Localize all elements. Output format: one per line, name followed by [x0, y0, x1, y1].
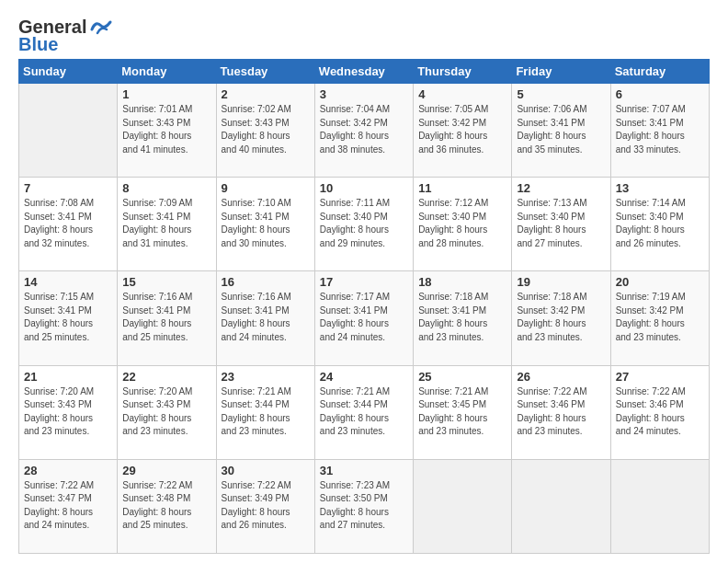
calendar-cell: 1Sunrise: 7:01 AMSunset: 3:43 PMDaylight…	[118, 84, 216, 178]
day-number: 12	[517, 181, 605, 195]
weekday-header-tuesday: Tuesday	[216, 60, 314, 84]
day-info: Sunrise: 7:23 AMSunset: 3:50 PMDaylight:…	[320, 479, 408, 533]
day-info: Sunrise: 7:22 AMSunset: 3:46 PMDaylight:…	[616, 385, 704, 439]
weekday-header-saturday: Saturday	[610, 60, 709, 84]
calendar-cell: 20Sunrise: 7:19 AMSunset: 3:42 PMDayligh…	[610, 271, 709, 365]
day-info: Sunrise: 7:11 AMSunset: 3:40 PMDaylight:…	[320, 197, 408, 250]
day-number: 7	[24, 181, 112, 195]
day-info: Sunrise: 7:01 AMSunset: 3:43 PMDaylight:…	[122, 103, 210, 156]
calendar-cell	[19, 84, 118, 178]
day-info: Sunrise: 7:14 AMSunset: 3:40 PMDaylight:…	[616, 197, 704, 250]
logo-blue-text: Blue	[18, 34, 58, 55]
calendar-week-row: 14Sunrise: 7:15 AMSunset: 3:41 PMDayligh…	[19, 271, 710, 365]
calendar-cell: 5Sunrise: 7:06 AMSunset: 3:41 PMDaylight…	[512, 84, 610, 178]
day-number: 27	[616, 370, 704, 384]
day-number: 18	[418, 275, 506, 289]
calendar-cell: 2Sunrise: 7:02 AMSunset: 3:43 PMDaylight…	[216, 84, 314, 178]
day-number: 1	[122, 87, 210, 101]
day-number: 11	[418, 181, 506, 195]
calendar-cell: 6Sunrise: 7:07 AMSunset: 3:41 PMDaylight…	[610, 84, 709, 178]
day-number: 19	[517, 275, 605, 289]
day-number: 31	[320, 464, 408, 477]
calendar-table: SundayMondayTuesdayWednesdayThursdayFrid…	[18, 59, 710, 554]
calendar-cell: 15Sunrise: 7:16 AMSunset: 3:41 PMDayligh…	[118, 271, 216, 365]
calendar-cell: 22Sunrise: 7:20 AMSunset: 3:43 PMDayligh…	[118, 365, 216, 459]
day-number: 23	[222, 370, 310, 384]
calendar-cell: 25Sunrise: 7:21 AMSunset: 3:45 PMDayligh…	[414, 365, 512, 459]
day-info: Sunrise: 7:18 AMSunset: 3:41 PMDaylight:…	[418, 291, 506, 344]
day-number: 2	[222, 87, 310, 101]
day-info: Sunrise: 7:22 AMSunset: 3:46 PMDaylight:…	[517, 385, 605, 439]
day-info: Sunrise: 7:22 AMSunset: 3:47 PMDaylight:…	[24, 479, 112, 533]
day-info: Sunrise: 7:08 AMSunset: 3:41 PMDaylight:…	[24, 197, 112, 250]
calendar-cell: 31Sunrise: 7:23 AMSunset: 3:50 PMDayligh…	[314, 459, 413, 553]
calendar-cell: 29Sunrise: 7:22 AMSunset: 3:48 PMDayligh…	[118, 459, 216, 553]
weekday-header-thursday: Thursday	[414, 60, 512, 84]
calendar-cell: 30Sunrise: 7:22 AMSunset: 3:49 PMDayligh…	[216, 459, 314, 553]
calendar-cell: 16Sunrise: 7:16 AMSunset: 3:41 PMDayligh…	[216, 271, 314, 365]
day-info: Sunrise: 7:09 AMSunset: 3:41 PMDaylight:…	[122, 197, 210, 250]
calendar-cell: 7Sunrise: 7:08 AMSunset: 3:41 PMDaylight…	[19, 178, 118, 271]
calendar-cell: 19Sunrise: 7:18 AMSunset: 3:42 PMDayligh…	[512, 271, 610, 365]
weekday-header-sunday: Sunday	[19, 60, 118, 84]
day-info: Sunrise: 7:18 AMSunset: 3:42 PMDaylight:…	[517, 291, 605, 344]
calendar-cell: 9Sunrise: 7:10 AMSunset: 3:41 PMDaylight…	[216, 178, 314, 271]
day-info: Sunrise: 7:21 AMSunset: 3:44 PMDaylight:…	[222, 385, 310, 439]
day-info: Sunrise: 7:02 AMSunset: 3:43 PMDaylight:…	[222, 103, 310, 156]
calendar-week-row: 7Sunrise: 7:08 AMSunset: 3:41 PMDaylight…	[19, 178, 710, 271]
day-info: Sunrise: 7:07 AMSunset: 3:41 PMDaylight:…	[616, 103, 704, 156]
calendar-cell: 27Sunrise: 7:22 AMSunset: 3:46 PMDayligh…	[610, 365, 709, 459]
calendar-cell: 28Sunrise: 7:22 AMSunset: 3:47 PMDayligh…	[19, 459, 118, 553]
calendar-cell	[610, 459, 709, 553]
day-info: Sunrise: 7:20 AMSunset: 3:43 PMDaylight:…	[122, 385, 210, 439]
calendar-cell: 14Sunrise: 7:15 AMSunset: 3:41 PMDayligh…	[19, 271, 118, 365]
day-info: Sunrise: 7:13 AMSunset: 3:40 PMDaylight:…	[517, 197, 605, 250]
calendar-cell: 24Sunrise: 7:21 AMSunset: 3:44 PMDayligh…	[314, 365, 413, 459]
day-info: Sunrise: 7:10 AMSunset: 3:41 PMDaylight:…	[222, 197, 310, 250]
day-info: Sunrise: 7:16 AMSunset: 3:41 PMDaylight:…	[122, 291, 210, 344]
day-info: Sunrise: 7:12 AMSunset: 3:40 PMDaylight:…	[418, 197, 506, 250]
day-number: 17	[320, 275, 408, 289]
calendar-week-row: 1Sunrise: 7:01 AMSunset: 3:43 PMDaylight…	[19, 84, 710, 178]
calendar-cell: 13Sunrise: 7:14 AMSunset: 3:40 PMDayligh…	[610, 178, 709, 271]
weekday-header-friday: Friday	[512, 60, 610, 84]
weekday-header-wednesday: Wednesday	[314, 60, 413, 84]
day-number: 30	[222, 464, 310, 477]
calendar-week-row: 28Sunrise: 7:22 AMSunset: 3:47 PMDayligh…	[19, 459, 710, 553]
calendar-cell: 26Sunrise: 7:22 AMSunset: 3:46 PMDayligh…	[512, 365, 610, 459]
calendar-cell: 10Sunrise: 7:11 AMSunset: 3:40 PMDayligh…	[314, 178, 413, 271]
day-number: 22	[122, 370, 210, 384]
calendar-cell: 3Sunrise: 7:04 AMSunset: 3:42 PMDaylight…	[314, 84, 413, 178]
day-info: Sunrise: 7:20 AMSunset: 3:43 PMDaylight:…	[24, 385, 112, 439]
calendar-week-row: 21Sunrise: 7:20 AMSunset: 3:43 PMDayligh…	[19, 365, 710, 459]
day-info: Sunrise: 7:17 AMSunset: 3:41 PMDaylight:…	[320, 291, 408, 344]
calendar-cell: 4Sunrise: 7:05 AMSunset: 3:42 PMDaylight…	[414, 84, 512, 178]
day-number: 13	[616, 181, 704, 195]
day-number: 26	[517, 370, 605, 384]
day-number: 28	[24, 464, 112, 477]
day-number: 4	[418, 87, 506, 101]
day-number: 25	[418, 370, 506, 384]
calendar-cell	[512, 459, 610, 553]
calendar-cell: 18Sunrise: 7:18 AMSunset: 3:41 PMDayligh…	[414, 271, 512, 365]
day-number: 16	[222, 275, 310, 289]
day-info: Sunrise: 7:22 AMSunset: 3:48 PMDaylight:…	[122, 479, 210, 533]
day-info: Sunrise: 7:15 AMSunset: 3:41 PMDaylight:…	[24, 291, 112, 344]
day-info: Sunrise: 7:19 AMSunset: 3:42 PMDaylight:…	[616, 291, 704, 344]
day-number: 24	[320, 370, 408, 384]
calendar-cell: 23Sunrise: 7:21 AMSunset: 3:44 PMDayligh…	[216, 365, 314, 459]
day-info: Sunrise: 7:21 AMSunset: 3:44 PMDaylight:…	[320, 385, 408, 439]
day-number: 5	[517, 87, 605, 101]
day-number: 15	[122, 275, 210, 289]
day-info: Sunrise: 7:04 AMSunset: 3:42 PMDaylight:…	[320, 103, 408, 156]
day-number: 14	[24, 275, 112, 289]
day-number: 10	[320, 181, 408, 195]
weekday-header-row: SundayMondayTuesdayWednesdayThursdayFrid…	[19, 60, 710, 84]
day-number: 9	[222, 181, 310, 195]
day-number: 29	[122, 464, 210, 477]
day-info: Sunrise: 7:22 AMSunset: 3:49 PMDaylight:…	[222, 479, 310, 533]
calendar-page: General Blue SundayMondayTuesdayWednesda…	[0, 0, 728, 563]
weekday-header-monday: Monday	[118, 60, 216, 84]
logo: General Blue	[18, 17, 114, 55]
day-number: 6	[616, 87, 704, 101]
